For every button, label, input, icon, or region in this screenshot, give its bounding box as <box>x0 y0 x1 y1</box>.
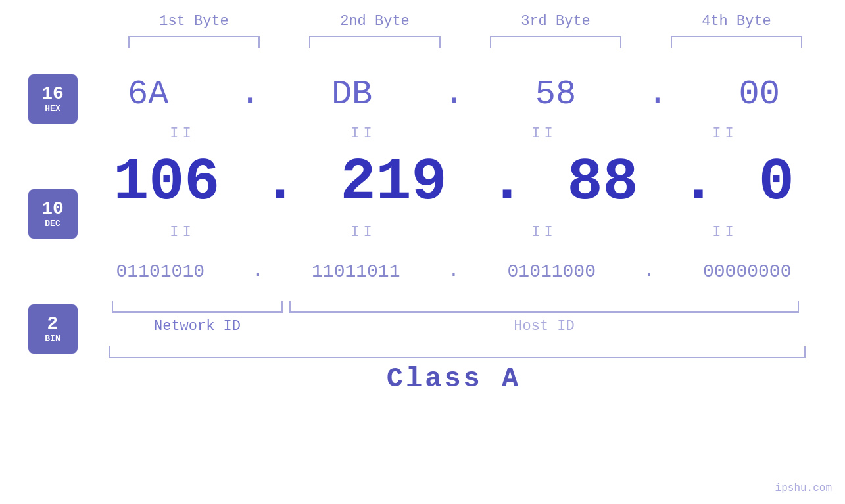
bracket-top-4 <box>671 36 802 48</box>
equals-1a: II <box>117 126 249 142</box>
byte3-header: 3rd Byte <box>483 13 628 30</box>
bracket-host <box>289 301 799 313</box>
equals-row-1: II II II II <box>92 120 815 147</box>
bracket-network <box>112 301 283 313</box>
dot-hex-1: . <box>240 77 260 111</box>
equals-2a: II <box>117 224 249 241</box>
bracket-top-2 <box>309 36 441 48</box>
bin-byte2: 11011011 <box>312 262 400 282</box>
bracket-top-1 <box>128 36 260 48</box>
bin-row: 01101010 . 11011011 . 01011000 . 0000000… <box>92 245 815 298</box>
dec-badge: 10 DEC <box>28 189 78 239</box>
network-id-label: Network ID <box>112 318 283 334</box>
bin-byte4: 00000000 <box>703 262 791 282</box>
id-labels-row: Network ID Host ID <box>92 318 815 334</box>
equals-2b: II <box>298 224 429 241</box>
dot-bin-3: . <box>644 262 655 281</box>
bin-badge: 2 BIN <box>28 304 78 354</box>
dec-row: 106 . 219 . 88 . 0 <box>92 147 815 219</box>
hex-badge-number: 16 <box>41 84 64 104</box>
dot-dec-2: . <box>489 153 525 212</box>
top-brackets <box>104 36 827 48</box>
watermark: ipshu.com <box>775 482 832 494</box>
equals-1c: II <box>479 126 610 142</box>
bracket-class <box>109 346 806 358</box>
bracket-spacer <box>283 301 289 313</box>
main-container: 1st Byte 2nd Byte 3rd Byte 4th Byte 16 H… <box>0 0 845 504</box>
equals-1b: II <box>298 126 429 142</box>
bracket-top-3 <box>490 36 621 48</box>
host-id-label: Host ID <box>289 318 799 334</box>
hex-row: 6A . DB . 58 . 00 <box>92 68 815 120</box>
bottom-brackets-row <box>92 301 815 313</box>
dec-byte4: 0 <box>759 149 794 216</box>
dot-hex-3: . <box>647 77 667 111</box>
dec-badge-number: 10 <box>41 199 64 219</box>
dec-badge-label: DEC <box>45 219 60 229</box>
equals-row-2: II II II II <box>92 219 815 245</box>
badges-column: 16 HEX 10 DEC 2 BIN <box>0 61 92 504</box>
dot-hex-2: . <box>443 77 464 111</box>
hex-byte4: 00 <box>739 75 780 114</box>
dot-bin-2: . <box>448 262 460 281</box>
dec-byte3: 88 <box>567 149 639 216</box>
hex-badge: 16 HEX <box>28 74 78 124</box>
bin-badge-number: 2 <box>47 314 59 334</box>
dot-dec-1: . <box>262 153 298 212</box>
bin-byte1: 01101010 <box>116 262 205 282</box>
hex-byte1: 6A <box>128 75 168 114</box>
equals-1d: II <box>660 126 791 142</box>
dot-dec-3: . <box>681 153 716 212</box>
values-section: 6A . DB . 58 . 00 II II II II 106 . 219 … <box>92 61 845 504</box>
dec-byte1: 106 <box>113 149 220 216</box>
hex-byte3: 58 <box>535 75 576 114</box>
dot-bin-1: . <box>253 262 264 281</box>
dec-byte2: 219 <box>340 149 447 216</box>
body-section: 16 HEX 10 DEC 2 BIN 6A . DB . 58 . 00 <box>0 61 845 504</box>
equals-2d: II <box>660 224 791 241</box>
byte2-header: 2nd Byte <box>302 13 447 30</box>
byte-headers: 1st Byte 2nd Byte 3rd Byte 4th Byte <box>104 13 827 30</box>
bin-badge-label: BIN <box>45 334 60 344</box>
bin-byte3: 01011000 <box>508 262 596 282</box>
hex-badge-label: HEX <box>45 104 60 114</box>
byte4-header: 4th Byte <box>664 13 809 30</box>
hex-byte2: DB <box>331 75 372 114</box>
class-label: Class A <box>92 363 815 395</box>
byte1-header: 1st Byte <box>122 13 266 30</box>
equals-2c: II <box>479 224 610 241</box>
